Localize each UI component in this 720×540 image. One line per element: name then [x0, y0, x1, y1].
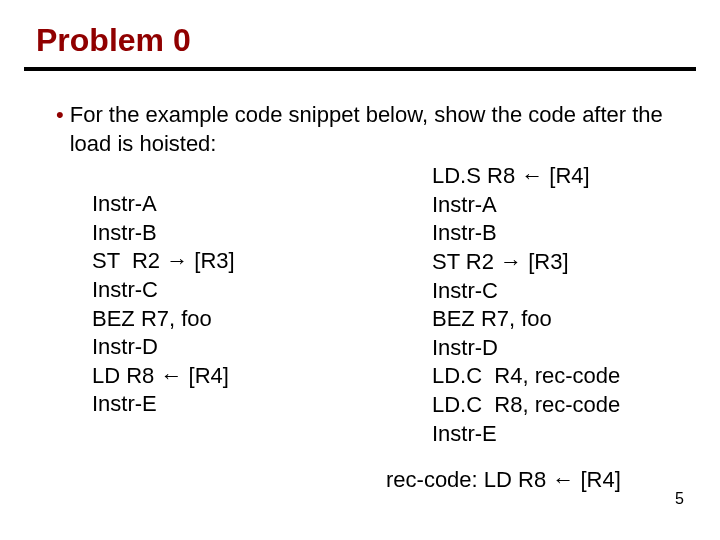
- slide-title: Problem 0: [0, 0, 720, 67]
- bullet-marker: •: [56, 101, 70, 158]
- code-left-column: Instr-A Instr-B ST R2 → [R3] Instr-C BEZ…: [56, 162, 432, 448]
- rec-code-line: rec-code: LD R8 ← [R4]: [56, 466, 672, 495]
- page-number: 5: [675, 490, 684, 508]
- bullet-1: • For the example code snippet below, sh…: [56, 101, 672, 158]
- bullet-text: For the example code snippet below, show…: [70, 101, 672, 158]
- code-right-column: LD.S R8 ← [R4] Instr-A Instr-B ST R2 → […: [432, 162, 672, 448]
